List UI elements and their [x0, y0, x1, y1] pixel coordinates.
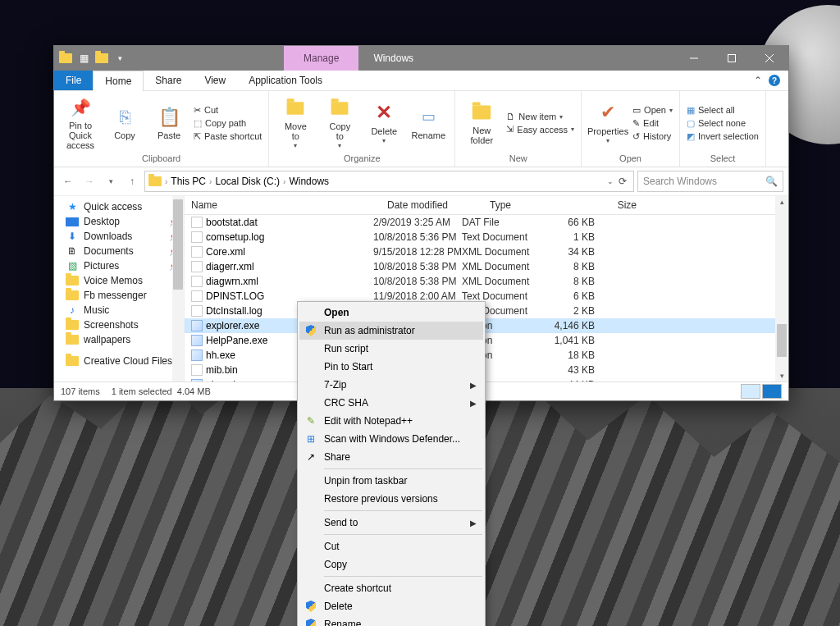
ctx-cut[interactable]: Cut [299, 537, 483, 555]
address-dropdown-icon[interactable]: ⌄ [607, 177, 614, 185]
breadcrumb-disk[interactable]: Local Disk (C:) [215, 176, 280, 187]
breadcrumb-folder[interactable]: Windows [289, 176, 329, 187]
nav-downloads[interactable]: ⬇Downloads📌 [54, 229, 184, 244]
ctx-crc-sha[interactable]: CRC SHA▶ [299, 394, 483, 412]
file-name: Core.xml [206, 246, 245, 258]
copy-path-button[interactable]: ⬚Copy path [192, 117, 263, 130]
close-button[interactable] [751, 46, 788, 71]
ctx-send-to[interactable]: Send to▶ [299, 514, 483, 532]
new-folder-button[interactable]: New folder [460, 98, 503, 149]
ctx-scan-defender[interactable]: ⊞Scan with Windows Defender... [299, 430, 483, 448]
nav-fb-messenger[interactable]: Fb messenger [54, 288, 184, 303]
nav-voice-memos[interactable]: Voice Memos [54, 273, 184, 288]
nav-back-button[interactable]: ← [59, 172, 77, 190]
col-type[interactable]: Type [483, 199, 581, 211]
tab-share[interactable]: Share [144, 71, 193, 90]
invert-selection-button[interactable]: ◩Invert selection [685, 130, 760, 143]
copy-to-button[interactable]: Copy to▾ [318, 94, 361, 153]
new-item-button[interactable]: 🗋New item ▾ [504, 111, 576, 122]
cut-button[interactable]: ✂Cut [192, 104, 263, 117]
column-headers[interactable]: Name Date modified Type Size [185, 196, 775, 215]
ctx-rename[interactable]: Rename [299, 615, 483, 626]
nav-wallpapers[interactable]: wallpapers [54, 332, 184, 347]
open-icon: ▭ [632, 105, 641, 116]
col-size[interactable]: Size [581, 199, 644, 211]
navigation-pane[interactable]: ★Quick access Desktop📌 ⬇Downloads📌 🗎Docu… [54, 196, 185, 382]
ctx-create-shortcut[interactable]: Create shortcut [299, 579, 483, 597]
search-input[interactable]: Search Windows 🔍 [637, 171, 783, 192]
rename-button[interactable]: ▭Rename [407, 103, 450, 144]
view-large-button[interactable] [762, 384, 782, 399]
nav-documents[interactable]: 🗎Documents📌 [54, 244, 184, 258]
col-name[interactable]: Name [185, 199, 381, 211]
file-date: 10/8/2018 5:36 PM [373, 231, 462, 243]
list-scrollbar[interactable]: ▴ ▾ [775, 196, 788, 382]
qat-dropdown-icon[interactable]: ▾ [112, 50, 128, 66]
file-icon [191, 261, 203, 272]
submenu-arrow-icon: ▶ [470, 381, 477, 390]
delete-button[interactable]: ✕Delete▾ [363, 98, 405, 149]
tab-file[interactable]: File [54, 71, 93, 90]
ctx-run-script[interactable]: Run script [299, 340, 483, 358]
qat-properties-icon[interactable]: ▦ [75, 50, 92, 66]
file-row[interactable]: Core.xml9/15/2018 12:28 PMXML Document34… [185, 244, 775, 259]
view-details-button[interactable] [741, 384, 760, 399]
breadcrumb-this-pc[interactable]: This PC [171, 176, 206, 187]
ctx-unpin-taskbar[interactable]: Unpin from taskbar [299, 472, 483, 490]
nav-up-button[interactable]: ↑ [123, 172, 141, 190]
tab-application-tools[interactable]: Application Tools [237, 71, 334, 90]
minimize-button[interactable] [675, 46, 713, 71]
nav-creative-cloud[interactable]: Creative Cloud Files [54, 354, 184, 368]
ribbon-collapse-icon[interactable]: ⌃ [754, 75, 762, 86]
maximize-button[interactable] [713, 46, 751, 71]
history-button[interactable]: ↺History [631, 130, 674, 143]
tab-home[interactable]: Home [93, 71, 144, 91]
copy-icon: ⎘ [113, 106, 136, 129]
ctx-pin-start[interactable]: Pin to Start [299, 358, 483, 376]
tab-view[interactable]: View [193, 71, 237, 90]
ctx-copy[interactable]: Copy [299, 555, 483, 573]
ctx-share[interactable]: ↗Share [299, 448, 483, 466]
move-to-button[interactable]: Move to▾ [274, 94, 317, 153]
contextual-tab-manage[interactable]: Manage [284, 46, 358, 71]
ctx-open[interactable]: Open [299, 304, 483, 322]
nav-recent-button[interactable]: ▾ [102, 172, 120, 190]
file-name: nircmd.exe [206, 379, 254, 382]
file-row[interactable]: diagwrn.xml10/8/2018 5:38 PMXML Document… [185, 274, 775, 289]
ctx-7zip[interactable]: 7-Zip▶ [299, 376, 483, 394]
ctx-restore-prev[interactable]: Restore previous versions [299, 490, 483, 508]
ctx-delete[interactable]: Delete [299, 597, 483, 615]
refresh-icon[interactable]: ⟳ [619, 176, 627, 187]
file-name: bootstat.dat [206, 217, 258, 228]
file-icon [191, 350, 203, 361]
nav-forward-button[interactable]: → [80, 172, 98, 190]
paste-button[interactable]: 📋Paste [148, 103, 190, 144]
easy-access-button[interactable]: ⇲Easy access ▾ [504, 123, 576, 135]
copy-button[interactable]: ⎘Copy [103, 103, 146, 144]
edit-button[interactable]: ✎Edit [631, 117, 674, 130]
help-icon[interactable]: ? [769, 75, 780, 86]
select-all-button[interactable]: ▦Select all [685, 104, 760, 117]
paste-shortcut-button[interactable]: ⇱Paste shortcut [192, 130, 263, 143]
folder-icon[interactable] [94, 50, 110, 66]
address-bar[interactable]: › This PC › Local Disk (C:) › Windows ⌄ … [144, 171, 634, 192]
move-icon [284, 97, 307, 120]
select-none-button[interactable]: ▢Select none [685, 117, 760, 130]
properties-button[interactable]: ✔Properties▾ [587, 98, 629, 149]
nav-quick-access[interactable]: ★Quick access [54, 199, 184, 214]
ctx-edit-npp[interactable]: ✎Edit with Notepad++ [299, 412, 483, 430]
file-row[interactable]: bootstat.dat2/9/2019 3:25 AMDAT File66 K… [185, 215, 775, 230]
col-date[interactable]: Date modified [381, 199, 483, 211]
nav-pictures[interactable]: ▧Pictures📌 [54, 258, 184, 273]
search-placeholder: Search Windows [643, 176, 717, 187]
file-row[interactable]: comsetup.log10/8/2018 5:36 PMText Docume… [185, 230, 775, 244]
nav-desktop[interactable]: Desktop📌 [54, 214, 184, 229]
title-bar[interactable]: ▦ ▾ Manage Windows [54, 46, 788, 71]
nav-screenshots[interactable]: Screenshots [54, 318, 184, 332]
nav-music[interactable]: ♪Music [54, 303, 184, 318]
open-button[interactable]: ▭Open ▾ [631, 104, 674, 117]
file-row[interactable]: diagerr.xml10/8/2018 5:38 PMXML Document… [185, 259, 775, 274]
navpane-scrollbar[interactable] [172, 196, 184, 382]
ctx-run-admin[interactable]: Run as administrator [299, 322, 483, 340]
pin-quick-access-button[interactable]: 📌Pin to Quick access [59, 93, 102, 153]
